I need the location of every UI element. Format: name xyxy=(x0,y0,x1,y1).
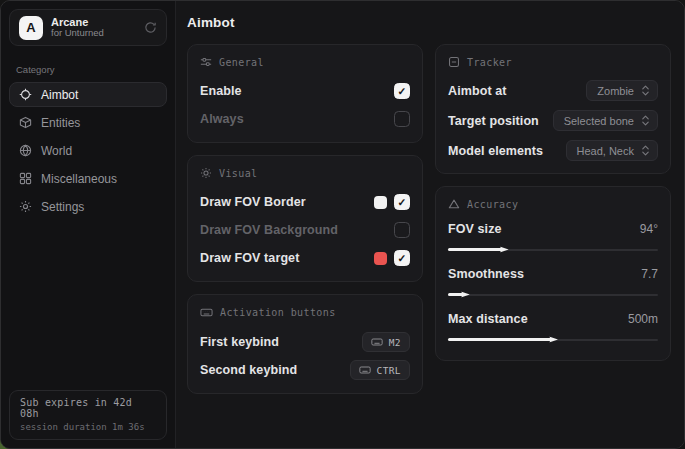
scan-icon xyxy=(448,56,460,68)
sidebar-item-label: World xyxy=(41,144,72,158)
aimbot-at-dropdown[interactable]: Zombie xyxy=(586,80,658,101)
panel-header-label: General xyxy=(219,57,264,68)
triangle-icon xyxy=(448,198,460,210)
slider-thumb[interactable] xyxy=(461,290,470,299)
fov-border-checkbox[interactable] xyxy=(394,194,410,210)
always-checkbox[interactable] xyxy=(394,111,410,127)
sidebar-nav: Aimbot Entities Wo xyxy=(1,82,175,219)
keyboard-icon xyxy=(200,306,213,319)
setting-label: Target position xyxy=(448,114,539,128)
fov-target-checkbox[interactable] xyxy=(394,250,410,266)
session-duration-text: session duration 1m 36s xyxy=(20,422,156,432)
fov-size-slider[interactable] xyxy=(448,245,658,254)
sidebar-item-label: Miscellaneous xyxy=(41,172,117,186)
left-column: General Enable Always xyxy=(187,44,423,394)
enable-checkbox[interactable] xyxy=(394,83,410,99)
keyboard-icon xyxy=(371,336,383,348)
setting-label: Aimbot at xyxy=(448,84,507,98)
setting-row-first-keybind: First keybind M2 xyxy=(200,331,410,353)
setting-label: Model elements xyxy=(448,144,543,158)
panel-activation-buttons: Activation buttons First keybind M2 xyxy=(187,294,423,394)
slider-fill xyxy=(448,248,504,251)
app-subtitle: for Unturned xyxy=(51,28,136,39)
app-header-card: A Arcane for Unturned xyxy=(9,9,167,46)
keybind-value: M2 xyxy=(389,337,401,348)
setting-label: FOV size xyxy=(448,222,502,236)
dropdown-value: Selected bone xyxy=(564,115,634,127)
setting-row-fov-target: Draw FOV target xyxy=(200,247,410,269)
panel-header-label: Tracker xyxy=(467,57,512,68)
panel-header-label: Accuracy xyxy=(467,199,518,210)
smoothness-slider[interactable] xyxy=(448,290,658,299)
slider-thumb[interactable] xyxy=(500,245,509,254)
setting-label: Enable xyxy=(200,84,242,98)
panel-tracker: Tracker Aimbot at Zombie xyxy=(435,44,671,174)
color-swatch-white[interactable] xyxy=(374,196,387,209)
keybind-value: CTRL xyxy=(377,365,401,376)
sidebar-item-label: Aimbot xyxy=(41,88,78,102)
setting-label: Always xyxy=(200,112,244,126)
unfold-icon xyxy=(641,145,650,156)
setting-row-aimbot-at: Aimbot at Zombie xyxy=(448,80,658,101)
setting-row-max-distance: Max distance 500m xyxy=(448,312,658,344)
first-keybind-button[interactable]: M2 xyxy=(362,332,410,352)
right-column: Tracker Aimbot at Zombie xyxy=(435,44,671,361)
fov-background-checkbox[interactable] xyxy=(394,222,410,238)
slider-value: 7.7 xyxy=(641,267,658,281)
sidebar-item-label: Settings xyxy=(41,200,84,214)
sub-expiry-text: Sub expires in 42d 08h xyxy=(20,397,156,419)
second-keybind-button[interactable]: CTRL xyxy=(350,360,410,380)
panel-general: General Enable Always xyxy=(187,44,423,143)
main-content: Aimbot General xyxy=(176,1,684,448)
slider-value: 500m xyxy=(628,312,658,326)
gear-icon xyxy=(19,200,32,213)
sliders-icon xyxy=(200,56,212,68)
globe-icon xyxy=(19,144,32,157)
unfold-icon xyxy=(641,85,650,96)
color-swatch-red[interactable] xyxy=(374,252,387,265)
setting-row-target-position: Target position Selected bone xyxy=(448,110,658,131)
setting-label: Second keybind xyxy=(200,363,297,377)
screen: A Arcane for Unturned Category xyxy=(0,0,685,449)
target-position-dropdown[interactable]: Selected bone xyxy=(553,110,658,131)
setting-row-second-keybind: Second keybind CTRL xyxy=(200,359,410,381)
grid-icon xyxy=(19,172,32,185)
slider-thumb[interactable] xyxy=(549,335,558,344)
setting-row-fov-border: Draw FOV Border xyxy=(200,191,410,213)
keyboard-icon xyxy=(359,364,371,376)
app-logo-letter: A xyxy=(26,20,35,35)
sidebar-item-miscellaneous[interactable]: Miscellaneous xyxy=(9,166,167,191)
sidebar: A Arcane for Unturned Category xyxy=(1,1,176,448)
max-distance-slider[interactable] xyxy=(448,335,658,344)
subscription-info-card: Sub expires in 42d 08h session duration … xyxy=(9,390,167,440)
setting-label: Smoothness xyxy=(448,267,524,281)
model-elements-dropdown[interactable]: Head, Neck xyxy=(566,140,658,161)
setting-row-fov-background: Draw FOV Background xyxy=(200,219,410,241)
setting-row-fov-size: FOV size 94° xyxy=(448,222,658,254)
setting-row-model-elements: Model elements Head, Neck xyxy=(448,140,658,161)
dropdown-value: Zombie xyxy=(597,85,634,97)
setting-label: Draw FOV Border xyxy=(200,195,306,209)
setting-row-enable: Enable xyxy=(200,80,410,102)
unfold-icon xyxy=(641,115,650,126)
setting-label: Max distance xyxy=(448,312,528,326)
cube-icon xyxy=(19,116,32,129)
sidebar-item-aimbot[interactable]: Aimbot xyxy=(9,82,167,107)
app-logo: A xyxy=(19,16,43,40)
page-title: Aimbot xyxy=(187,15,669,30)
panel-visual: Visual Draw FOV Border Draw FOV Backgrou… xyxy=(187,155,423,282)
sidebar-item-settings[interactable]: Settings xyxy=(9,194,167,219)
panel-header-label: Activation buttons xyxy=(220,307,336,318)
refresh-icon[interactable] xyxy=(144,21,157,34)
setting-label: Draw FOV target xyxy=(200,251,299,265)
slider-value: 94° xyxy=(640,222,658,236)
sidebar-item-entities[interactable]: Entities xyxy=(9,110,167,135)
slider-fill xyxy=(448,338,553,341)
sun-icon xyxy=(200,167,212,179)
panel-accuracy: Accuracy FOV size 94° xyxy=(435,186,671,361)
sidebar-item-world[interactable]: World xyxy=(9,138,167,163)
slider-track xyxy=(448,294,658,296)
slider-fill xyxy=(448,293,465,296)
setting-label: Draw FOV Background xyxy=(200,223,338,237)
sidebar-item-label: Entities xyxy=(41,116,80,130)
